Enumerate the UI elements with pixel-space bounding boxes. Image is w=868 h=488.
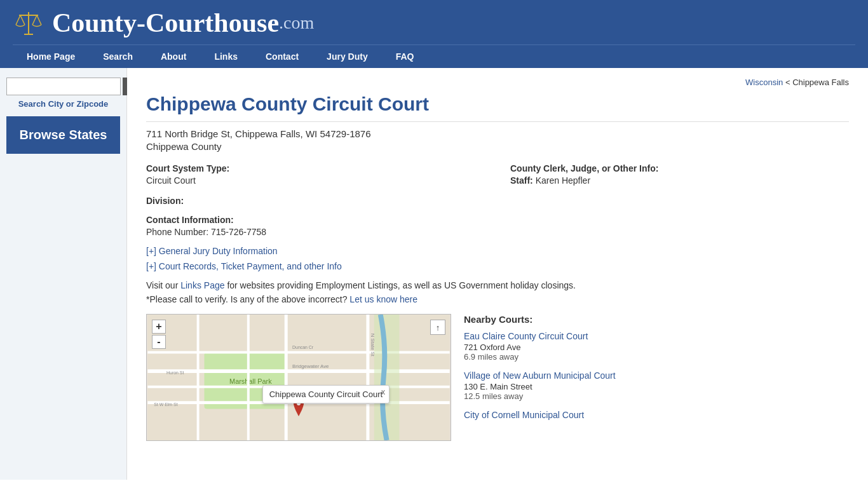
map-popup: Chippewa County Circuit Court x xyxy=(262,385,390,403)
nav-home[interactable]: Home Page xyxy=(13,45,89,68)
county-clerk-col: County Clerk, Judge, or Other Info: Staf… xyxy=(510,163,849,186)
page-wrapper: GO Search City or Zipcode Browse States … xyxy=(0,68,868,480)
map-popup-close[interactable]: x xyxy=(381,388,385,396)
map-external-button[interactable]: ↑ xyxy=(430,320,445,335)
nav-search[interactable]: Search xyxy=(89,45,147,68)
court-system-type-value: Circuit Court xyxy=(146,175,485,186)
records-link-block: [+] Court Records, Ticket Payment, and o… xyxy=(146,261,849,271)
svg-line-5 xyxy=(37,15,41,25)
court-address: 711 North Bridge St, Chippewa Falls, WI … xyxy=(146,128,849,139)
contact-label: Contact Information: xyxy=(146,215,849,225)
county-clerk-staff: Staff: Karen Hepfler xyxy=(510,175,849,186)
phone-label: Phone Number: xyxy=(146,227,208,237)
breadcrumb-state-link[interactable]: Wisconsin xyxy=(745,78,783,87)
nearby-court-1-link[interactable]: Village of New Auburn Municipal Court xyxy=(464,370,849,381)
svg-line-4 xyxy=(32,15,37,25)
map-nearby-row: Marshall Park Bridgewater Ave Duncan Cr … xyxy=(146,314,849,441)
visit-note: Visit our Links Page for websites provid… xyxy=(146,280,849,290)
svg-text:St W Elm St: St W Elm St xyxy=(154,402,177,407)
nav-links[interactable]: Links xyxy=(200,45,252,68)
nearby-court-0-addr: 721 Oxford Ave xyxy=(464,342,849,352)
court-title: Chippewa County Circuit Court xyxy=(146,93,849,122)
site-logo: County-Courthouse.com xyxy=(13,8,855,44)
browse-states-button[interactable]: Browse States xyxy=(6,116,120,154)
logo-com-text: .com xyxy=(279,13,314,33)
court-system-type-label: Court System Type: xyxy=(146,163,485,173)
phone-info: Phone Number: 715-726-7758 xyxy=(146,227,849,237)
links-page-link[interactable]: Links Page xyxy=(180,280,224,290)
court-records-link[interactable]: [+] Court Records, Ticket Payment, and o… xyxy=(146,261,342,271)
nav-faq[interactable]: FAQ xyxy=(382,45,428,68)
nearby-court-0-dist: 6.9 miles away xyxy=(464,352,849,362)
svg-text:Huron St: Huron St xyxy=(166,370,184,375)
site-header: County-Courthouse.com Home Page Search A… xyxy=(0,0,868,68)
jury-duty-link[interactable]: [+] General Jury Duty Information xyxy=(146,246,278,256)
svg-text:Marshall Park: Marshall Park xyxy=(229,377,272,385)
staff-label: Staff: xyxy=(510,175,533,186)
nav-contact[interactable]: Contact xyxy=(252,45,313,68)
map-container: Marshall Park Bridgewater Ave Duncan Cr … xyxy=(146,314,451,441)
svg-line-2 xyxy=(16,15,20,25)
scales-icon xyxy=(13,9,44,37)
map-zoom-in-button[interactable]: + xyxy=(152,320,166,334)
search-box: GO xyxy=(6,78,120,95)
nearby-court-2-link[interactable]: City of Cornell Municipal Court xyxy=(464,410,849,420)
division-label: Division: xyxy=(146,196,849,206)
visit-note-after: for websites providing Employment Listin… xyxy=(225,280,576,290)
phone-value: 715-726-7758 xyxy=(211,227,266,237)
county-clerk-label: County Clerk, Judge, or Other Info: xyxy=(510,163,849,173)
map-popup-text: Chippewa County Circuit Court xyxy=(269,390,383,399)
svg-rect-7 xyxy=(147,315,449,440)
site-nav: Home Page Search About Links Contact Jur… xyxy=(13,44,855,68)
search-input[interactable] xyxy=(6,78,121,95)
nearby-title: Nearby Courts: xyxy=(464,314,849,325)
svg-line-3 xyxy=(20,15,25,25)
nearby-court-item: City of Cornell Municipal Court xyxy=(464,410,849,420)
breadcrumb-city: Chippewa Falls xyxy=(792,78,849,87)
nearby-courts: Nearby Courts: Eau Claire County Circuit… xyxy=(464,314,849,429)
search-label: Search City or Zipcode xyxy=(6,99,120,109)
verify-note-before: *Please call to verify. Is any of the ab… xyxy=(146,294,349,304)
map-zoom-out-button[interactable]: - xyxy=(152,335,166,349)
map-svg: Marshall Park Bridgewater Ave Duncan Cr … xyxy=(147,315,451,440)
svg-text:Bridgewater Ave: Bridgewater Ave xyxy=(292,363,329,369)
nav-about[interactable]: About xyxy=(147,45,200,68)
nearby-court-item: Eau Claire County Circuit Court 721 Oxfo… xyxy=(464,331,849,362)
logo-main-text: County-Courthouse xyxy=(52,8,279,38)
breadcrumb: Wisconsin < Chippewa Falls xyxy=(146,78,849,87)
court-info-grid: Court System Type: Circuit Court County … xyxy=(146,163,849,186)
nav-jury-duty[interactable]: Jury Duty xyxy=(313,45,382,68)
sidebar: GO Search City or Zipcode Browse States xyxy=(0,68,127,480)
jury-link-block: [+] General Jury Duty Information xyxy=(146,246,849,256)
svg-rect-23 xyxy=(374,315,400,440)
svg-text:Duncan Cr: Duncan Cr xyxy=(292,345,314,349)
main-content: Wisconsin < Chippewa Falls Chippewa Coun… xyxy=(127,68,868,480)
court-system-col: Court System Type: Circuit Court xyxy=(146,163,485,186)
verify-note: *Please call to verify. Is any of the ab… xyxy=(146,294,849,304)
staff-value: Karen Hepfler xyxy=(536,175,590,186)
visit-note-before: Visit our xyxy=(146,280,180,290)
court-county: Chippewa County xyxy=(146,141,849,152)
nearby-court-1-dist: 12.5 miles away xyxy=(464,391,849,401)
let-us-know-link[interactable]: Let us know here xyxy=(349,294,417,304)
breadcrumb-separator: < xyxy=(783,78,792,87)
nearby-court-0-link[interactable]: Eau Claire County Circuit Court xyxy=(464,331,849,341)
nearby-court-1-addr: 130 E. Main Street xyxy=(464,382,849,391)
nearby-court-item: Village of New Auburn Municipal Court 13… xyxy=(464,370,849,401)
